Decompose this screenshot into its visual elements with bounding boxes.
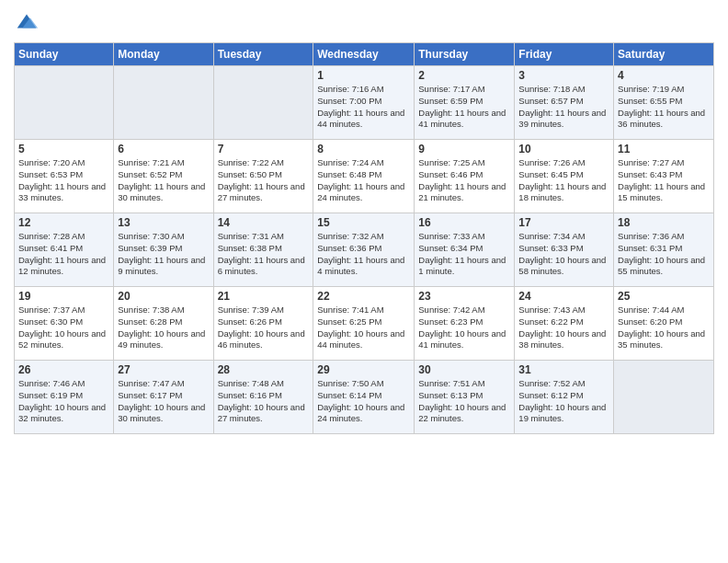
day-info: Sunrise: 7:51 AM Sunset: 6:13 PM Dayligh… [418, 378, 510, 425]
calendar-day: 16Sunrise: 7:33 AM Sunset: 6:34 PM Dayli… [415, 213, 515, 287]
day-info: Sunrise: 7:28 AM Sunset: 6:41 PM Dayligh… [18, 231, 109, 278]
calendar-week-row: 1Sunrise: 7:16 AM Sunset: 7:00 PM Daylig… [15, 66, 714, 140]
day-number: 29 [317, 363, 410, 376]
calendar-day: 26Sunrise: 7:46 AM Sunset: 6:19 PM Dayli… [15, 361, 114, 434]
col-header-saturday: Saturday [614, 43, 714, 66]
calendar-day: 7Sunrise: 7:22 AM Sunset: 6:50 PM Daylig… [213, 140, 313, 213]
day-number: 17 [518, 216, 609, 229]
day-number: 6 [118, 143, 209, 155]
header [14, 9, 714, 35]
day-number: 16 [418, 216, 510, 229]
logo [14, 9, 43, 35]
calendar-day: 2Sunrise: 7:17 AM Sunset: 6:59 PM Daylig… [415, 66, 515, 140]
calendar-week-row: 12Sunrise: 7:28 AM Sunset: 6:41 PM Dayli… [15, 213, 714, 287]
day-number: 9 [418, 143, 510, 155]
calendar-day: 9Sunrise: 7:25 AM Sunset: 6:46 PM Daylig… [415, 140, 515, 213]
day-number: 27 [118, 363, 209, 376]
calendar-day: 17Sunrise: 7:34 AM Sunset: 6:33 PM Dayli… [515, 213, 614, 287]
calendar-day: 27Sunrise: 7:47 AM Sunset: 6:17 PM Dayli… [114, 361, 213, 434]
day-info: Sunrise: 7:27 AM Sunset: 6:43 PM Dayligh… [618, 157, 710, 204]
day-number: 10 [518, 143, 609, 155]
day-info: Sunrise: 7:26 AM Sunset: 6:45 PM Dayligh… [518, 157, 609, 204]
day-number: 15 [317, 216, 410, 229]
day-number: 4 [618, 69, 710, 82]
day-number: 20 [118, 290, 209, 303]
day-number: 18 [618, 216, 710, 229]
day-info: Sunrise: 7:20 AM Sunset: 6:53 PM Dayligh… [18, 157, 109, 204]
day-info: Sunrise: 7:47 AM Sunset: 6:17 PM Dayligh… [118, 378, 209, 425]
day-info: Sunrise: 7:42 AM Sunset: 6:23 PM Dayligh… [418, 304, 510, 351]
calendar-day: 20Sunrise: 7:38 AM Sunset: 6:28 PM Dayli… [114, 287, 213, 361]
day-info: Sunrise: 7:19 AM Sunset: 6:55 PM Dayligh… [618, 84, 710, 131]
day-number: 8 [317, 143, 410, 155]
day-info: Sunrise: 7:48 AM Sunset: 6:16 PM Dayligh… [218, 378, 310, 425]
calendar-day: 15Sunrise: 7:32 AM Sunset: 6:36 PM Dayli… [313, 213, 415, 287]
calendar-day: 31Sunrise: 7:52 AM Sunset: 6:12 PM Dayli… [515, 361, 614, 434]
day-info: Sunrise: 7:31 AM Sunset: 6:38 PM Dayligh… [218, 231, 310, 278]
col-header-thursday: Thursday [415, 43, 515, 66]
day-info: Sunrise: 7:25 AM Sunset: 6:46 PM Dayligh… [418, 157, 510, 204]
calendar-day: 8Sunrise: 7:24 AM Sunset: 6:48 PM Daylig… [313, 140, 415, 213]
calendar-day: 19Sunrise: 7:37 AM Sunset: 6:30 PM Dayli… [15, 287, 114, 361]
day-info: Sunrise: 7:43 AM Sunset: 6:22 PM Dayligh… [518, 304, 609, 351]
day-info: Sunrise: 7:17 AM Sunset: 6:59 PM Dayligh… [418, 84, 510, 131]
calendar-day: 25Sunrise: 7:44 AM Sunset: 6:20 PM Dayli… [614, 287, 714, 361]
calendar-day: 21Sunrise: 7:39 AM Sunset: 6:26 PM Dayli… [213, 287, 313, 361]
calendar-day: 3Sunrise: 7:18 AM Sunset: 6:57 PM Daylig… [515, 66, 614, 140]
day-info: Sunrise: 7:34 AM Sunset: 6:33 PM Dayligh… [518, 231, 609, 278]
calendar-day: 22Sunrise: 7:41 AM Sunset: 6:25 PM Dayli… [313, 287, 415, 361]
day-info: Sunrise: 7:30 AM Sunset: 6:39 PM Dayligh… [118, 231, 209, 278]
calendar-day: 30Sunrise: 7:51 AM Sunset: 6:13 PM Dayli… [415, 361, 515, 434]
calendar-day: 24Sunrise: 7:43 AM Sunset: 6:22 PM Dayli… [515, 287, 614, 361]
page: SundayMondayTuesdayWednesdayThursdayFrid… [0, 0, 728, 563]
calendar-header-row: SundayMondayTuesdayWednesdayThursdayFrid… [15, 43, 714, 66]
calendar-day: 28Sunrise: 7:48 AM Sunset: 6:16 PM Dayli… [213, 361, 313, 434]
col-header-sunday: Sunday [15, 43, 114, 66]
calendar-day [114, 66, 213, 140]
col-header-monday: Monday [114, 43, 213, 66]
day-info: Sunrise: 7:41 AM Sunset: 6:25 PM Dayligh… [317, 304, 410, 351]
calendar-table: SundayMondayTuesdayWednesdayThursdayFrid… [14, 42, 714, 434]
day-info: Sunrise: 7:22 AM Sunset: 6:50 PM Dayligh… [218, 157, 310, 204]
calendar-day [15, 66, 114, 140]
day-number: 28 [218, 363, 310, 376]
day-info: Sunrise: 7:37 AM Sunset: 6:30 PM Dayligh… [18, 304, 109, 351]
day-info: Sunrise: 7:52 AM Sunset: 6:12 PM Dayligh… [518, 378, 609, 425]
calendar-day: 4Sunrise: 7:19 AM Sunset: 6:55 PM Daylig… [614, 66, 714, 140]
day-number: 3 [518, 69, 609, 82]
day-number: 5 [18, 143, 109, 155]
calendar-week-row: 26Sunrise: 7:46 AM Sunset: 6:19 PM Dayli… [15, 361, 714, 434]
day-number: 21 [218, 290, 310, 303]
calendar-day: 23Sunrise: 7:42 AM Sunset: 6:23 PM Dayli… [415, 287, 515, 361]
calendar-day: 11Sunrise: 7:27 AM Sunset: 6:43 PM Dayli… [614, 140, 714, 213]
calendar-day: 5Sunrise: 7:20 AM Sunset: 6:53 PM Daylig… [15, 140, 114, 213]
col-header-wednesday: Wednesday [313, 43, 415, 66]
day-info: Sunrise: 7:33 AM Sunset: 6:34 PM Dayligh… [418, 231, 510, 278]
day-info: Sunrise: 7:24 AM Sunset: 6:48 PM Dayligh… [317, 157, 410, 204]
day-number: 25 [618, 290, 710, 303]
day-info: Sunrise: 7:46 AM Sunset: 6:19 PM Dayligh… [18, 378, 109, 425]
calendar-day: 18Sunrise: 7:36 AM Sunset: 6:31 PM Dayli… [614, 213, 714, 287]
calendar-day: 1Sunrise: 7:16 AM Sunset: 7:00 PM Daylig… [313, 66, 415, 140]
day-number: 22 [317, 290, 410, 303]
day-number: 13 [118, 216, 209, 229]
day-number: 14 [218, 216, 310, 229]
calendar-week-row: 19Sunrise: 7:37 AM Sunset: 6:30 PM Dayli… [15, 287, 714, 361]
logo-icon [14, 9, 40, 35]
day-number: 24 [518, 290, 609, 303]
calendar-week-row: 5Sunrise: 7:20 AM Sunset: 6:53 PM Daylig… [15, 140, 714, 213]
calendar-day: 29Sunrise: 7:50 AM Sunset: 6:14 PM Dayli… [313, 361, 415, 434]
day-info: Sunrise: 7:50 AM Sunset: 6:14 PM Dayligh… [317, 378, 410, 425]
day-number: 31 [518, 363, 609, 376]
day-number: 19 [18, 290, 109, 303]
day-info: Sunrise: 7:18 AM Sunset: 6:57 PM Dayligh… [518, 84, 609, 131]
day-number: 11 [618, 143, 710, 155]
day-number: 12 [18, 216, 109, 229]
day-info: Sunrise: 7:21 AM Sunset: 6:52 PM Dayligh… [118, 157, 209, 204]
calendar-day: 13Sunrise: 7:30 AM Sunset: 6:39 PM Dayli… [114, 213, 213, 287]
calendar-day: 12Sunrise: 7:28 AM Sunset: 6:41 PM Dayli… [15, 213, 114, 287]
day-info: Sunrise: 7:38 AM Sunset: 6:28 PM Dayligh… [118, 304, 209, 351]
calendar-day: 10Sunrise: 7:26 AM Sunset: 6:45 PM Dayli… [515, 140, 614, 213]
calendar-day [213, 66, 313, 140]
col-header-friday: Friday [515, 43, 614, 66]
